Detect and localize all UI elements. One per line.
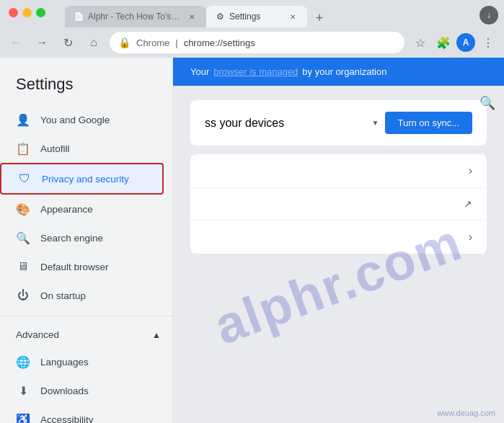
- list-item-1[interactable]: ›: [190, 154, 487, 188]
- address-bar[interactable]: 🔒 Chrome | chrome://settings: [110, 32, 404, 53]
- nav-right-buttons: ☆ 🧩 A ⋮: [410, 32, 498, 53]
- managed-banner-link[interactable]: browser is managed: [213, 66, 298, 77]
- sidebar-item-search-engine[interactable]: 🔍 Search engine: [0, 223, 164, 252]
- content-area: ss your devices ▼ Turn on sync... ›: [173, 86, 504, 277]
- sidebar-item-accessibility[interactable]: ♿ Accessibility: [0, 405, 164, 423]
- maximize-window-button[interactable]: [36, 8, 45, 17]
- list-item-2-external-icon: ↗: [464, 198, 472, 210]
- managed-banner-suffix: by your organization: [302, 66, 386, 77]
- sidebar-item-you-google[interactable]: 👤 You and Google: [0, 105, 164, 134]
- sidebar-item-appearance[interactable]: 🎨 Appearance: [0, 195, 164, 223]
- list-item-2[interactable]: ↗: [190, 188, 487, 221]
- list-item-1-arrow-icon: ›: [469, 164, 472, 177]
- sync-controls: ▼ Turn on sync...: [372, 112, 472, 134]
- list-item-3[interactable]: ›: [190, 221, 487, 254]
- sidebar-item-on-startup-label: On startup: [40, 290, 86, 301]
- watermark-url: www.deuag.com: [437, 409, 495, 417]
- close-window-button[interactable]: [9, 8, 18, 17]
- sync-dropdown-arrow: ▼: [372, 119, 379, 127]
- address-url: chrome://settings: [184, 37, 255, 48]
- autofill-icon: 📋: [16, 141, 30, 156]
- sync-card-text: ss your devices: [205, 117, 284, 130]
- address-scheme: Chrome: [136, 37, 169, 48]
- on-startup-icon: ⏻: [16, 288, 30, 303]
- advanced-section-label: Advanced: [16, 329, 59, 340]
- managed-banner: Your browser is managed by your organiza…: [173, 58, 504, 86]
- sidebar-item-on-startup[interactable]: ⏻ On startup: [0, 281, 164, 310]
- sidebar-item-autofill[interactable]: 📋 Autofill: [0, 134, 164, 163]
- window-controls: [9, 8, 45, 17]
- reload-button[interactable]: ↻: [58, 32, 78, 53]
- settings-list-card: › ↗ ›: [190, 154, 487, 254]
- sidebar-item-default-browser-label: Default browser: [40, 262, 109, 272]
- tab-alphr-close[interactable]: ✕: [186, 11, 198, 22]
- sidebar-divider: [0, 316, 172, 316]
- sync-dropdown[interactable]: ▼: [372, 119, 379, 127]
- home-button[interactable]: ⌂: [84, 32, 104, 53]
- managed-banner-prefix: Your: [190, 66, 209, 77]
- privacy-security-icon: 🛡: [17, 172, 32, 186]
- sync-card: ss your devices ▼ Turn on sync...: [190, 100, 487, 146]
- tab-settings-title: Settings: [229, 12, 283, 22]
- sidebar-title: Settings: [0, 69, 172, 105]
- sidebar-item-privacy-security[interactable]: 🛡 Privacy and security: [0, 163, 164, 195]
- sidebar-item-you-google-label: You and Google: [40, 115, 110, 125]
- you-google-icon: 👤: [16, 112, 30, 127]
- settings-search-button[interactable]: 🔍: [479, 95, 495, 111]
- sidebar-item-downloads-label: Downloads: [40, 386, 89, 396]
- sidebar-item-languages-label: Languages: [40, 357, 89, 368]
- profile-button[interactable]: A: [456, 33, 475, 52]
- address-separator: |: [175, 37, 177, 48]
- sidebar-item-accessibility-label: Accessibility: [40, 414, 94, 424]
- accessibility-icon: ♿: [16, 412, 30, 423]
- sync-description: ss your devices: [205, 117, 284, 129]
- settings-sidebar: Settings 👤 You and Google 📋 Autofill 🛡 P…: [0, 58, 173, 423]
- main-content: Your browser is managed by your organiza…: [173, 58, 504, 423]
- languages-icon: 🌐: [16, 355, 30, 369]
- sidebar-item-autofill-label: Autofill: [40, 143, 70, 154]
- tab-settings-favicon: ⚙: [215, 12, 225, 22]
- sidebar-item-default-browser[interactable]: 🖥 Default browser: [0, 252, 164, 281]
- appearance-icon: 🎨: [16, 202, 30, 216]
- advanced-chevron-icon: ▲: [152, 330, 161, 340]
- list-item-3-arrow-icon: ›: [469, 231, 472, 244]
- tab-settings[interactable]: ⚙ Settings ✕: [206, 6, 307, 27]
- sidebar-item-appearance-label: Appearance: [40, 204, 93, 215]
- sidebar-item-downloads[interactable]: ⬇ Downloads: [0, 376, 164, 405]
- nav-bar: ← → ↻ ⌂ 🔒 Chrome | chrome://settings ☆ 🧩…: [0, 27, 504, 58]
- forward-button[interactable]: →: [32, 32, 52, 53]
- tab-alphr[interactable]: 📄 Alphr - Tech How To's & Guide... ✕: [65, 6, 206, 27]
- menu-button[interactable]: ⋮: [478, 32, 498, 53]
- downloads-icon: ⬇: [16, 383, 30, 398]
- new-tab-button[interactable]: +: [310, 9, 329, 27]
- bookmark-button[interactable]: ☆: [410, 32, 430, 53]
- sidebar-item-languages[interactable]: 🌐 Languages: [0, 347, 164, 376]
- tab-alphr-title: Alphr - Tech How To's & Guide...: [88, 12, 182, 22]
- sidebar-item-privacy-security-label: Privacy and security: [42, 174, 129, 184]
- back-button[interactable]: ←: [6, 32, 26, 53]
- extensions-button[interactable]: 🧩: [433, 32, 454, 53]
- sidebar-item-search-engine-label: Search engine: [40, 233, 103, 244]
- advanced-section-toggle[interactable]: Advanced ▲: [0, 322, 172, 347]
- tab-settings-close[interactable]: ✕: [287, 11, 299, 22]
- address-lock-icon: 🔒: [118, 37, 131, 48]
- search-engine-icon: 🔍: [16, 231, 30, 245]
- minimize-window-button[interactable]: [22, 8, 32, 17]
- tab-alphr-favicon: 📄: [74, 12, 84, 22]
- browser-profile-menu[interactable]: ↓: [479, 6, 498, 25]
- turn-on-sync-button[interactable]: Turn on sync...: [385, 112, 473, 134]
- default-browser-icon: 🖥: [16, 259, 30, 274]
